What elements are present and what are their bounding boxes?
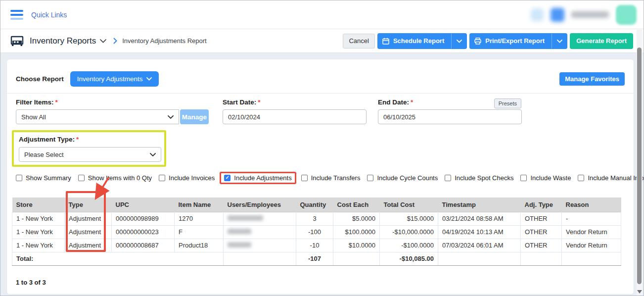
checkbox-include-adjustments[interactable]: ✓Include Adjustments (224, 174, 291, 182)
redacted-navbar-icon-1[interactable] (531, 8, 544, 21)
cell-users-redacted (224, 225, 296, 239)
end-date-label: End Date:* (378, 99, 413, 107)
cell-reason: - (562, 212, 621, 225)
total-reason-empty (562, 252, 621, 265)
adjustment-type-value: Please Select (24, 151, 64, 158)
cell-users-redacted (224, 239, 296, 252)
print-export-report-button[interactable]: Print/Export Report (469, 33, 567, 49)
end-date-group: End Date:* Presets (378, 99, 522, 124)
cell-timestamp: 03/21/2024 08:58 AM (438, 212, 521, 225)
divider (7, 93, 634, 94)
printer-icon (474, 38, 481, 45)
checkbox-icon[interactable] (159, 175, 165, 181)
report-type-value: Inventory Adjustments (77, 75, 143, 83)
header-actions: Cancel Schedule Report Print/Export Repo… (343, 33, 633, 49)
adjustment-type-label: Adjustment Type:* (19, 136, 159, 145)
report-type-dropdown[interactable]: Inventory Adjustments (70, 71, 159, 87)
checkbox-include-transfers[interactable]: Include Transfers (301, 174, 361, 182)
cell-store: 1 - New York (12, 212, 65, 225)
end-date-input[interactable] (378, 109, 522, 124)
total-adj-type-empty (521, 252, 562, 265)
cell-upc: 000000098989 (112, 212, 175, 225)
redacted-navbar-icon-2[interactable] (551, 8, 564, 22)
checkbox-include-waste[interactable]: Include Waste (520, 174, 571, 182)
total-label: Total: (12, 252, 224, 265)
total-users-empty (224, 252, 296, 265)
col-cost-each: Cost Each (333, 197, 380, 212)
checkbox-icon[interactable] (78, 175, 85, 181)
checkbox-icon[interactable] (578, 175, 584, 181)
schedule-report-label: Schedule Report (393, 37, 444, 45)
col-reason: Reason (562, 197, 621, 212)
adjustment-type-select[interactable]: Please Select (19, 147, 161, 162)
schedule-report-button[interactable]: Schedule Report (377, 33, 467, 49)
cell-adj-type: OTHER (521, 225, 562, 239)
main-content: Choose Report Inventory Adjustments Mana… (0, 53, 644, 296)
checkbox-include-manual-import[interactable]: Include Manual Import (578, 174, 644, 182)
checkbox-icon[interactable] (16, 175, 22, 181)
button-divider (552, 34, 552, 49)
page-title[interactable]: Inventory Reports (30, 36, 96, 46)
cell-item-name: F (175, 225, 224, 239)
quick-links[interactable]: Quick Links (31, 11, 67, 19)
checkbox-include-spot-checks[interactable]: Include Spot Checks (445, 174, 513, 182)
cell-store: 1 - New York (12, 239, 65, 252)
cell-adj-type: OTHER (521, 239, 562, 252)
presets-button[interactable]: Presets (494, 99, 521, 108)
checkbox-checked-icon[interactable]: ✓ (224, 175, 230, 181)
cell-type: Adjustment (65, 212, 112, 225)
cell-cost-each: $10.0000 (333, 239, 380, 252)
checkbox-show-summary[interactable]: Show Summary (16, 174, 71, 182)
chevron-down-icon[interactable] (457, 37, 462, 45)
redacted-avatar[interactable] (616, 5, 637, 25)
cell-cost-each: $5.0000 (333, 212, 380, 225)
start-date-group: Start Date:* (223, 99, 367, 124)
checkbox-icon[interactable] (445, 175, 451, 181)
cell-total-cost: -$10,000.0000 (380, 225, 438, 239)
checkbox-icon[interactable] (301, 175, 308, 181)
total-quantity: -107 (296, 252, 333, 265)
table-row: 1 - New York Adjustment 000000098989 127… (12, 212, 621, 225)
col-total-cost: Total Cost (380, 197, 438, 212)
col-timestamp: Timestamp (438, 197, 521, 212)
cell-store: 1 - New York (12, 225, 65, 239)
chevron-down-icon[interactable] (557, 37, 562, 45)
cell-upc: 000000000023 (112, 225, 175, 239)
chevron-down-icon[interactable] (100, 39, 106, 43)
calendar-icon (382, 38, 389, 45)
cell-upc: 000000008687 (112, 239, 175, 252)
scrollbar[interactable] (637, 30, 643, 296)
cancel-button[interactable]: Cancel (343, 34, 374, 49)
table-row: 1 - New York Adjustment 000000008687 Pro… (12, 239, 621, 252)
start-date-input[interactable] (223, 109, 367, 124)
checkbox-icon[interactable] (520, 175, 527, 181)
manage-favorites-button[interactable]: Manage Favorites (559, 72, 625, 86)
checkbox-include-cycle-counts[interactable]: Include Cycle Counts (367, 174, 438, 182)
total-total-cost: -$10,085.00 (380, 252, 438, 265)
total-timestamp-empty (438, 252, 521, 265)
start-date-label: Start Date:* (223, 99, 367, 107)
col-users: Users/Employees (224, 197, 296, 212)
navbar-right-group (531, 5, 637, 25)
filter-items-select[interactable]: Show All (16, 109, 179, 124)
cell-quantity: 3 (296, 212, 333, 225)
col-item-name: Item Name (175, 197, 224, 212)
choose-report-label: Choose Report (16, 75, 64, 83)
cell-reason: Vendor Return (562, 225, 621, 239)
inventory-shelf-icon (10, 35, 24, 47)
scrollbar-thumb[interactable] (637, 48, 642, 284)
checkbox-show-items-0-qty[interactable]: Show Items with 0 Qty (78, 174, 152, 182)
scrollbar-down-arrow-icon[interactable] (637, 290, 642, 294)
manage-filter-button[interactable]: Manage (180, 109, 209, 124)
button-divider (451, 34, 452, 49)
table-row: 1 - New York Adjustment 000000000023 F -… (12, 225, 621, 239)
col-type: Type (65, 197, 112, 212)
cell-quantity: -10 (296, 239, 333, 252)
app-window: Quick Links Inventory Reports In (0, 0, 644, 296)
checkbox-include-invoices[interactable]: Include Invoices (159, 174, 215, 182)
checkbox-icon[interactable] (367, 175, 373, 181)
generate-report-button[interactable]: Generate Report (570, 33, 633, 49)
col-upc: UPC (112, 197, 175, 212)
print-export-label: Print/Export Report (485, 37, 545, 45)
hamburger-menu-icon[interactable] (10, 10, 23, 20)
